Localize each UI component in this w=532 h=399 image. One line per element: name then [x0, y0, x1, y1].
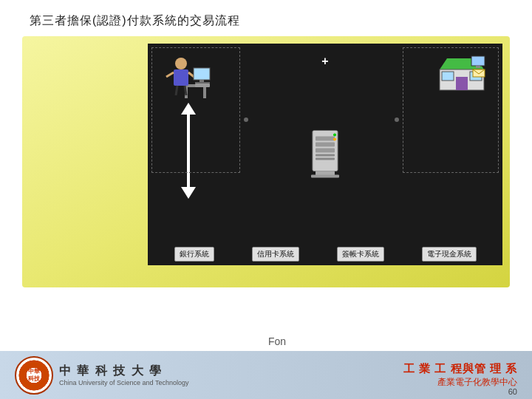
merchant-zone — [403, 47, 499, 173]
fon-label: Fon — [265, 334, 289, 349]
university-name: 中 華 科 技 大 學 — [59, 364, 188, 379]
university-subtitle: China University of Science and Technolo… — [59, 379, 188, 386]
top-section: 第三者擔保(認證)付款系統的交易流程 — [0, 0, 532, 36]
diagram-box: + — [148, 44, 502, 265]
dot-indicator-right — [395, 117, 399, 122]
page-container: 第三者擔保(認證)付款系統的交易流程 ∪ — [0, 0, 532, 399]
svg-rect-22 — [316, 137, 335, 141]
server-icon — [307, 131, 344, 179]
content-area: ∪ — [22, 36, 510, 287]
svg-rect-23 — [316, 143, 335, 147]
label-debit: 簽帳卡系統 — [337, 247, 384, 262]
footer-text-block: 中 華 科 技 大 學 China University of Science … — [59, 364, 188, 386]
labels-row: 銀行系統 信用卡系統 簽帳卡系統 電子現金系統 — [148, 247, 502, 262]
svg-point-28 — [333, 138, 336, 141]
page-title: 第三者擔保(認證)付款系統的交易流程 — [30, 13, 502, 29]
svg-point-27 — [333, 134, 336, 137]
page-number: 60 — [508, 387, 517, 396]
arrow-head-down — [181, 187, 196, 199]
dept-name: 工 業 工 程與管 理 系 — [403, 362, 517, 376]
svg-rect-26 — [316, 158, 335, 160]
svg-rect-30 — [311, 175, 339, 178]
svg-rect-24 — [316, 149, 335, 153]
svg-rect-25 — [316, 154, 335, 157]
buyer-zone — [151, 47, 240, 173]
center-name: 產業電子化教學中心 — [403, 376, 517, 389]
label-ecash: 電子現金系統 — [422, 247, 477, 262]
label-credit: 信用卡系統 — [252, 247, 299, 262]
footer: 中華科技 中 華 科 技 大 學 China University of Sci… — [0, 351, 532, 399]
footer-left: 中華科技 中 華 科 技 大 學 China University of Sci… — [15, 356, 188, 395]
label-bank: 銀行系統 — [174, 247, 214, 262]
footer-right: 工 業 工 程與管 理 系 產業電子化教學中心 — [403, 362, 517, 389]
plus-sign: + — [321, 55, 328, 68]
university-logo: 中華科技 — [15, 356, 53, 395]
dot-indicator — [244, 117, 248, 122]
